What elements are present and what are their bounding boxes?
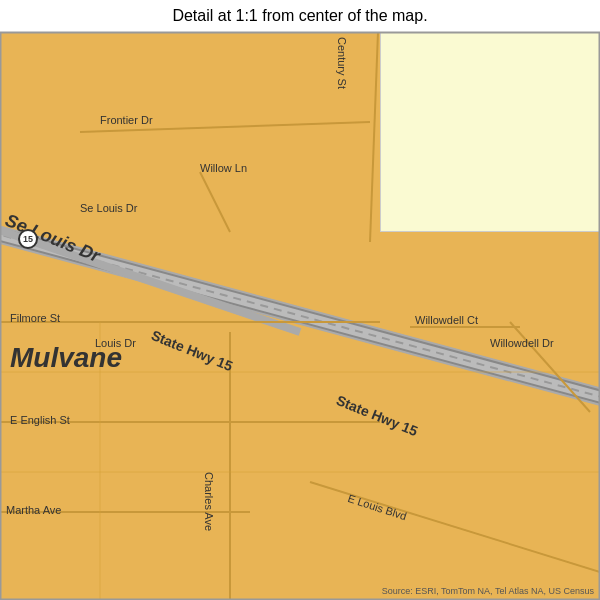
charles-ave-label: Charles Ave	[203, 472, 215, 531]
svg-line-7	[200, 172, 230, 232]
willowdell-ct-label: Willowdell Ct	[415, 314, 478, 326]
map-title: Detail at 1:1 from center of the map.	[172, 7, 427, 25]
martha-ave-label: Martha Ave	[6, 504, 61, 516]
willowdell-dr-label: Willowdell Dr	[490, 337, 554, 349]
source-label: Source: ESRI, TomTom NA, Tel Atlas NA, U…	[382, 586, 594, 596]
roads-svg	[0, 32, 600, 600]
map-container: Detail at 1:1 from center of the map.	[0, 0, 600, 600]
filmore-st-label: Filmore St	[10, 312, 60, 324]
route-number: 15	[23, 234, 33, 244]
city-name-label: Mulvane	[10, 342, 122, 374]
e-english-st-label: E English St	[10, 414, 70, 426]
route-badge: 15	[18, 229, 38, 249]
title-bar: Detail at 1:1 from center of the map.	[0, 0, 600, 32]
svg-line-0	[370, 32, 378, 242]
se-louis-dr-small-label: Se Louis Dr	[80, 202, 137, 214]
century-st-label: Century St	[336, 37, 348, 89]
frontier-dr-label: Frontier Dr	[100, 114, 153, 126]
willow-ln-label: Willow Ln	[200, 162, 247, 174]
map-area: Century St Frontier Dr Willow Ln Se Loui…	[0, 32, 600, 600]
